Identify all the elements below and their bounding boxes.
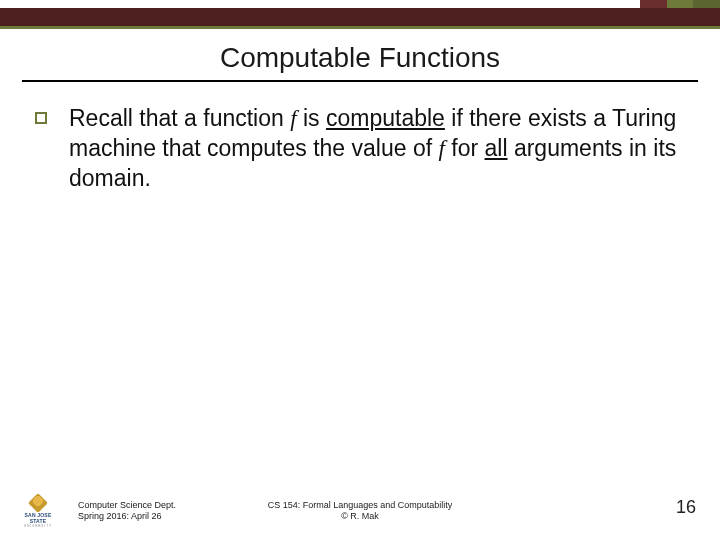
footer: SAN JOSE STATE UNIVERSITY Computer Scien… xyxy=(0,490,720,530)
header-banner xyxy=(0,8,720,26)
footer-left: Computer Science Dept. Spring 2016: Apri… xyxy=(78,500,176,523)
accent-bar-olive xyxy=(667,0,694,8)
logo-text: SAN JOSE STATE xyxy=(18,512,58,524)
footer-term: Spring 2016: April 26 xyxy=(78,511,176,522)
footer-dept: Computer Science Dept. xyxy=(78,500,176,511)
accent-bar-olive-dark xyxy=(693,0,720,8)
footer-copyright: © R. Mak xyxy=(268,511,453,522)
square-bullet-icon xyxy=(35,112,47,124)
text-segment: Recall that a function xyxy=(69,105,290,131)
content-block: Recall that a function f is computable i… xyxy=(35,104,690,194)
title-underline xyxy=(22,80,698,82)
header-subline xyxy=(0,26,720,29)
accent-bar-maroon xyxy=(640,0,667,8)
text-segment: is xyxy=(297,105,326,131)
footer-course: CS 154: Formal Languages and Computabili… xyxy=(268,500,453,511)
logo-subtext: UNIVERSITY xyxy=(18,524,58,528)
underlined-term: computable xyxy=(326,105,445,131)
accent-bars xyxy=(640,0,720,8)
university-logo: SAN JOSE STATE UNIVERSITY xyxy=(18,496,58,526)
footer-center: CS 154: Formal Languages and Computabili… xyxy=(268,500,453,523)
logo-mark-icon xyxy=(28,493,48,513)
underlined-term: all xyxy=(485,135,508,161)
text-segment: for xyxy=(445,135,485,161)
body-text: Recall that a function f is computable i… xyxy=(69,104,690,194)
page-number: 16 xyxy=(676,497,696,518)
slide-title: Computable Functions xyxy=(0,42,720,74)
